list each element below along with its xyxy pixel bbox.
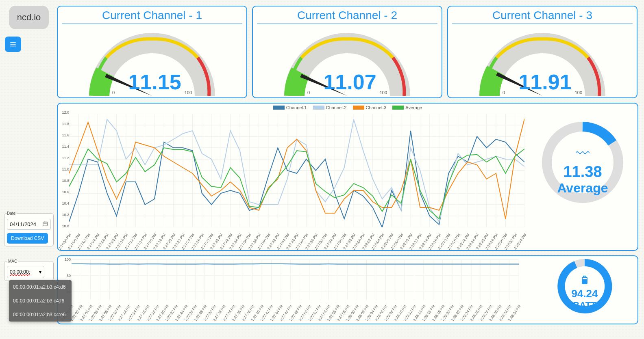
gauge-value: 11.15: [128, 70, 181, 94]
menu-button[interactable]: [5, 37, 21, 52]
battery-chart: 6080100 2:27:00 PM2:27:02 PM2:27:04 PM2:…: [57, 255, 638, 324]
date-label: Date:: [7, 211, 17, 216]
date-value: 04/11/2024: [10, 221, 36, 227]
average-donut: 〰 11.38 Average: [536, 120, 629, 242]
gauge-max: 100: [185, 90, 192, 95]
brand-logo: ncd.io: [9, 6, 49, 29]
legend-label: Channel-1: [286, 105, 307, 110]
calendar-icon: [42, 221, 48, 228]
hamburger-icon: [9, 41, 17, 48]
legend-label: Average: [405, 105, 422, 110]
divider: [62, 24, 242, 24]
legend-item-avg[interactable]: Average: [392, 105, 422, 110]
legend-item-ch2[interactable]: Channel-2: [313, 105, 347, 110]
y-axis-labels: 10.010.210.410.610.811.011.211.411.611.8…: [59, 112, 70, 226]
legend-label: Channel-2: [326, 105, 347, 110]
gauge-card-2: Current Channel - 2 11.07 0 100: [252, 6, 442, 98]
mac-selected-value: 00:00:00:: [10, 269, 30, 275]
battery-chart-canvas: [72, 259, 519, 300]
gauge-title: Current Channel - 3: [448, 9, 637, 22]
gauge-min: 0: [503, 90, 505, 95]
chevron-down-icon: ▾: [39, 269, 41, 275]
svg-rect-118: [583, 280, 586, 283]
chart-legend: Channel-1 Channel-2 Channel-3 Average: [58, 105, 637, 110]
svg-rect-119: [43, 222, 48, 226]
mac-option[interactable]: 00:00:00:01:a2:b3:c4:e6: [9, 308, 72, 322]
gauge-min: 0: [307, 90, 310, 95]
divider: [257, 24, 437, 24]
gauge-title: Current Channel - 2: [253, 9, 442, 22]
date-input[interactable]: 04/11/2024: [7, 219, 51, 230]
x-axis-labels: 2:26:58 PM2:27:00 PM2:27:02 PM2:27:04 PM…: [69, 229, 524, 253]
mac-option[interactable]: 00:00:00:01:a2:b3:c4:f6: [9, 294, 72, 308]
mac-dropdown: 00:00:00:01:a2:b3:c4:d6 00:00:00:01:a2:b…: [9, 280, 72, 322]
gauges-row: Current Channel - 1 11.15 0 100 Current …: [57, 6, 637, 98]
gauge-title: Current Channel - 1: [58, 9, 246, 22]
gauge-card-1: Current Channel - 1 11.15 0 100: [57, 6, 247, 98]
gauge-max: 100: [575, 90, 582, 95]
legend-item-ch1[interactable]: Channel-1: [273, 105, 307, 110]
main-line-chart: Channel-1 Channel-2 Channel-3 Average 10…: [57, 103, 638, 251]
line-chart-canvas: [69, 114, 524, 227]
svg-rect-117: [583, 276, 586, 277]
mac-label: MAC: [7, 259, 18, 263]
gauge-max: 100: [380, 90, 387, 95]
mac-select[interactable]: 00:00:00: ▾: [7, 266, 44, 278]
legend-item-ch3[interactable]: Channel-3: [353, 105, 387, 110]
mac-option[interactable]: 00:00:00:01:a2:b3:c4:d6: [9, 280, 72, 294]
legend-label: Channel-3: [366, 105, 387, 110]
download-csv-button[interactable]: Download CSV: [7, 233, 48, 244]
battery-donut: 94.24 BATT: [548, 258, 621, 323]
divider: [452, 24, 633, 24]
gauge-value: 11.07: [323, 70, 376, 94]
gauge-value: 11.91: [518, 70, 571, 94]
date-panel: Date: 04/11/2024 Download CSV: [4, 211, 54, 246]
mac-panel: MAC 00:00:00: ▾: [4, 259, 54, 281]
battery-x-labels: 2:27:00 PM2:27:02 PM2:27:04 PM2:27:06 PM…: [72, 300, 519, 324]
gauge-min: 0: [112, 90, 115, 95]
gauge-card-3: Current Channel - 3 11.91 0 100: [447, 6, 637, 98]
